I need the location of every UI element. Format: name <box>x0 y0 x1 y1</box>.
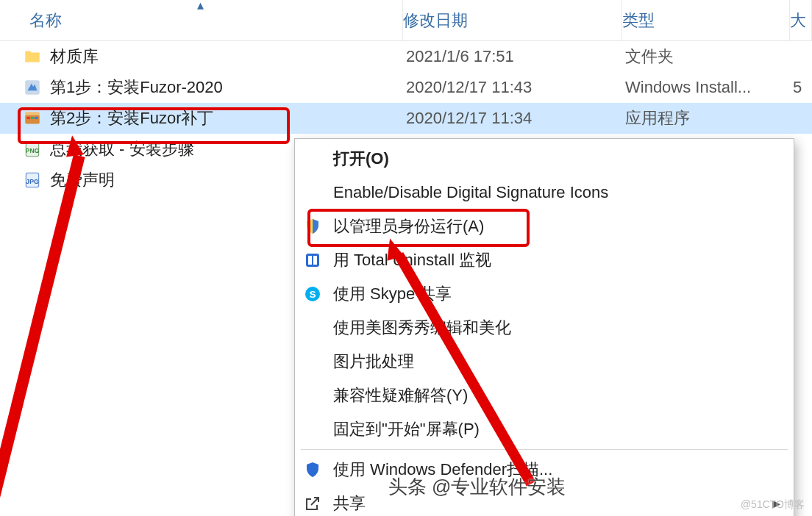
context-menu-item[interactable]: 使用美图秀秀编辑和美化 <box>295 311 794 345</box>
watermark-right: @51CTO博客 <box>741 498 805 512</box>
svg-text:PNG: PNG <box>26 147 40 154</box>
file-name: 材质库 <box>50 46 99 68</box>
context-menu-item-label: 使用美图秀秀编辑和美化 <box>333 317 511 339</box>
file-row[interactable]: 材质库2021/1/6 17:51文件夹 <box>0 41 812 72</box>
context-menu-item-label: 打开(O) <box>333 148 389 170</box>
svg-rect-2 <box>25 112 40 115</box>
context-menu-item[interactable]: 固定到"开始"屏幕(P) <box>295 412 794 446</box>
blank-icon <box>302 148 323 169</box>
svg-rect-11 <box>308 256 312 265</box>
file-date: 2020/12/17 11:43 <box>403 78 622 97</box>
context-menu-item[interactable]: S使用 Skype 共享 <box>295 277 794 311</box>
blank-icon <box>302 182 323 203</box>
svg-rect-3 <box>26 117 29 119</box>
blank-icon <box>302 318 323 338</box>
menu-separator <box>301 449 788 450</box>
blank-icon <box>302 385 323 406</box>
share-icon <box>302 493 323 514</box>
file-name: 第2步：安装Fuzor补丁 <box>50 107 213 129</box>
context-menu-item-label: 图片批处理 <box>333 351 414 373</box>
blank-icon <box>302 419 323 440</box>
column-header-date[interactable]: 修改日期 <box>403 0 622 40</box>
column-header-size-label: 大 <box>790 10 806 32</box>
context-menu-item[interactable]: Enable/Disable Digital Signature Icons <box>295 176 794 209</box>
context-menu-item-label: 使用 Skype 共享 <box>333 283 452 305</box>
file-name: 第1步：安装Fuzor-2020 <box>50 76 223 98</box>
context-menu-item[interactable]: 兼容性疑难解答(Y) <box>295 379 794 412</box>
column-header-row: 名称 ▴ 修改日期 类型 大 <box>0 0 812 41</box>
defender-icon <box>302 459 323 480</box>
file-name: 免费声明 <box>50 169 115 191</box>
skype-icon: S <box>302 284 323 304</box>
folder-icon <box>22 46 43 67</box>
file-row[interactable]: 第1步：安装Fuzor-20202020/12/17 11:43Windows … <box>0 72 812 103</box>
column-header-size[interactable]: 大 <box>790 0 812 40</box>
svg-rect-12 <box>313 256 317 265</box>
column-header-date-label: 修改日期 <box>403 10 468 32</box>
shield-icon <box>302 216 323 237</box>
tu-icon <box>302 250 323 270</box>
context-menu: 打开(O)Enable/Disable Digital Signature Ic… <box>294 138 794 516</box>
blank-icon <box>302 351 323 372</box>
svg-text:S: S <box>310 289 316 300</box>
context-menu-item-label: 兼容性疑难解答(Y) <box>333 384 468 406</box>
svg-rect-5 <box>35 117 38 119</box>
file-type: Windows Install... <box>622 78 790 97</box>
column-header-type-label: 类型 <box>622 10 655 32</box>
context-menu-item-label: 以管理员身份运行(A) <box>333 215 484 237</box>
context-menu-item-label: 用 Total Uninstall 监视 <box>333 249 491 271</box>
sort-caret-icon: ▴ <box>197 0 204 13</box>
file-name: 总我获取 - 安装步骤 <box>50 138 194 160</box>
context-menu-item-label: 共享 <box>333 492 366 515</box>
column-header-type[interactable]: 类型 <box>622 0 790 40</box>
file-size: 5 <box>790 78 812 97</box>
file-type: 文件夹 <box>622 46 790 68</box>
svg-rect-10 <box>306 254 319 267</box>
column-header-name-label: 名称 <box>29 10 62 32</box>
msi-icon <box>22 77 43 98</box>
column-header-name[interactable]: 名称 ▴ <box>0 0 403 40</box>
context-menu-item[interactable]: 图片批处理 <box>295 345 794 379</box>
context-menu-item[interactable]: 打开(O) <box>295 142 794 176</box>
watermark-center: 头条 @专业软件安装 <box>388 474 566 500</box>
context-menu-item[interactable]: 用 Total Uninstall 监视 <box>295 243 794 277</box>
file-type: 应用程序 <box>622 107 790 129</box>
app-icon <box>22 108 43 129</box>
svg-rect-4 <box>31 117 34 119</box>
context-menu-item-label: Enable/Disable Digital Signature Icons <box>333 183 608 202</box>
png-icon: PNG <box>22 139 43 160</box>
context-menu-item[interactable]: 以管理员身份运行(A) <box>295 209 794 243</box>
svg-text:JPG: JPG <box>26 178 39 185</box>
jpg-icon: JPG <box>22 170 43 190</box>
file-date: 2021/1/6 17:51 <box>403 47 622 66</box>
file-row[interactable]: 第2步：安装Fuzor补丁2020/12/17 11:34应用程序 <box>0 103 812 134</box>
file-date: 2020/12/17 11:34 <box>403 109 622 128</box>
context-menu-item-label: 固定到"开始"屏幕(P) <box>333 418 480 440</box>
